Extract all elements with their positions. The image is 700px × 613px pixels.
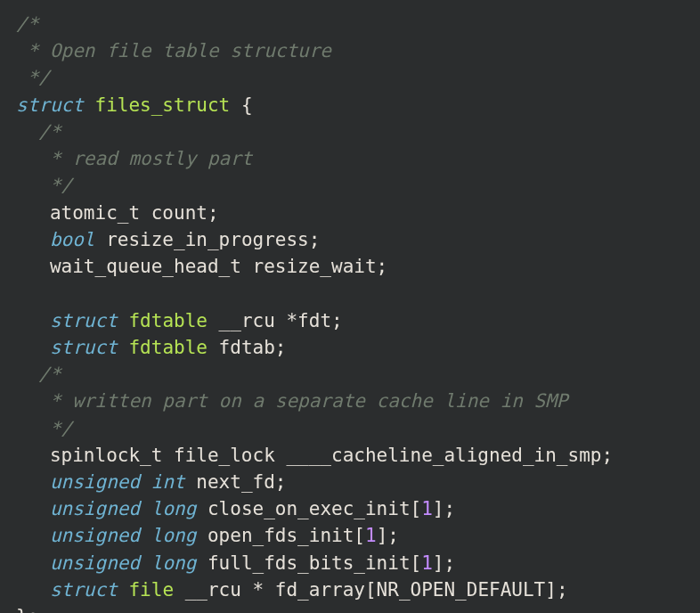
keyword-struct: struct — [50, 579, 118, 601]
number-literal: 1 — [421, 498, 433, 519]
indent — [16, 552, 50, 574]
brace-open: { — [230, 94, 252, 116]
keyword-int: int — [151, 471, 185, 493]
code-line: __rcu * fd_array[NR_OPEN_DEFAULT]; — [174, 579, 568, 601]
indent — [16, 471, 50, 493]
bracket-end: ]; — [377, 525, 399, 546]
comment-line: /* — [16, 121, 61, 143]
code-line: fdtab; — [208, 337, 287, 358]
indent — [16, 337, 50, 358]
code-block: /* * Open file table structure */ struct… — [0, 0, 700, 613]
comment-line: /* — [16, 13, 38, 35]
brace-close: }; — [16, 606, 38, 613]
code-line: atomic_t count; — [16, 202, 219, 224]
comment-line: * read mostly part — [16, 148, 253, 169]
keyword-long: long — [151, 552, 197, 574]
type-name: fdtable — [128, 337, 208, 358]
keyword-struct: struct — [16, 94, 84, 116]
type-name: file — [128, 579, 174, 601]
comment-line: */ — [16, 67, 50, 88]
code-line: spinlock_t file_lock ____cacheline_align… — [16, 445, 613, 466]
keyword-long: long — [151, 525, 197, 546]
indent — [16, 579, 50, 601]
code-line: full_fds_bits_init[ — [196, 552, 421, 574]
number-literal: 1 — [421, 552, 433, 574]
comment-line: * written part on a separate cache line … — [16, 390, 568, 412]
keyword-unsigned: unsigned — [50, 525, 140, 546]
indent — [16, 525, 50, 546]
indent — [16, 229, 50, 250]
indent — [16, 498, 50, 519]
code-line: close_on_exec_init[ — [196, 498, 421, 519]
type-name: files_struct — [95, 94, 231, 116]
comment-line: */ — [16, 175, 72, 196]
code-line: open_fds_init[ — [196, 525, 365, 546]
code-line: next_fd; — [185, 471, 287, 493]
type-name: fdtable — [128, 310, 208, 331]
bracket-end: ]; — [433, 498, 455, 519]
keyword-unsigned: unsigned — [50, 471, 140, 493]
comment-line: * Open file table structure — [16, 40, 331, 61]
comment-line: */ — [16, 418, 72, 439]
keyword-long: long — [151, 498, 197, 519]
keyword-bool: bool — [50, 229, 95, 250]
keyword-unsigned: unsigned — [50, 498, 140, 519]
comment-line: /* — [16, 364, 61, 385]
keyword-struct: struct — [50, 337, 118, 358]
keyword-struct: struct — [50, 310, 118, 331]
bracket-end: ]; — [433, 552, 455, 574]
keyword-unsigned: unsigned — [50, 552, 140, 574]
number-literal: 1 — [365, 525, 377, 546]
indent — [16, 310, 50, 331]
code-line: resize_in_progress; — [95, 229, 321, 250]
code-line: __rcu *fdt; — [208, 310, 343, 331]
code-line: wait_queue_head_t resize_wait; — [16, 256, 387, 277]
